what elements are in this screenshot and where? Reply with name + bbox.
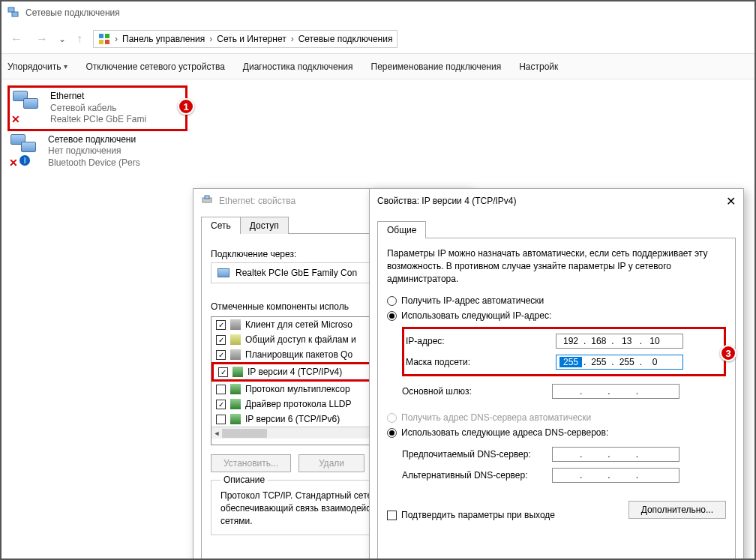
nic-icon: ✕ ᛒ [10,134,42,166]
svg-rect-0 [8,7,14,12]
validate-checkbox[interactable]: Подтвердить параметры при выходе [387,510,555,520]
toolbar-settings[interactable]: Настройк [519,61,558,72]
checkbox-icon[interactable] [216,320,226,330]
component-type-icon [230,349,241,360]
radio-static-dns[interactable]: Использовать следующие адреса DNS-сервер… [387,427,726,438]
gateway-input[interactable]: ... [552,384,680,399]
scroll-left-icon[interactable]: ◄ [212,428,222,439]
svg-rect-1 [12,12,18,16]
device-name: Realtek PCIe GbE Family Con [236,268,357,278]
explorer-toolbar: Упорядочить▾ Отключение сетевого устройс… [2,54,754,79]
control-panel-icon [98,33,110,45]
breadcrumb-item[interactable]: Сеть и Интернет [217,34,286,44]
tab-general[interactable]: Общие [377,221,426,238]
checkbox-icon[interactable] [216,350,226,360]
nic-item-bluetooth[interactable]: ✕ ᛒ Сетевое подключени Нет подключения B… [8,131,188,172]
ipv4-properties-dialog: Свойства: IP версии 4 (TCP/IPv4) ✕ Общие… [369,188,744,560]
checkbox-icon[interactable] [216,400,226,409]
checkbox-icon[interactable] [216,335,226,345]
svg-rect-2 [99,34,104,38]
uninstall-button[interactable]: Удали [298,454,364,472]
ip-address-input[interactable]: 192. 168. 13. 10 [556,334,683,349]
nic-icon: ✕ [13,91,44,122]
checkbox-icon [387,511,397,520]
close-button[interactable]: ✕ [726,194,736,208]
component-type-icon [230,319,241,330]
component-label: Общий доступ к файлам и [245,334,356,345]
component-label: IP версии 6 (TCP/IPv6) [245,414,340,424]
chevron-right-icon: › [209,34,212,44]
gateway-label: Основной шлюз: [402,386,552,397]
checkbox-icon[interactable] [216,415,226,424]
ip-address-label: IP-адрес: [406,336,556,346]
toolbar-disable-device[interactable]: Отключение сетевого устройства [86,61,224,72]
nav-back-icon[interactable]: ← [8,32,26,46]
radio-icon [387,428,397,438]
component-label: Протокол мультиплексор [245,384,350,394]
subnet-mask-label: Маска подсети: [406,357,556,367]
component-type-icon [230,399,241,409]
component-label: IP версии 4 (TCP/IPv4) [248,367,342,377]
subnet-mask-input[interactable]: 255. 255. 255. 0 [556,355,683,370]
nic-device: Realtek PCIe GbE Fami [50,114,146,126]
component-label: Планировщик пакетов Qo [245,349,352,360]
radio-icon [387,296,397,306]
dns2-label: Альтернативный DNS-сервер: [402,470,552,481]
checkbox-icon[interactable] [216,385,226,394]
radio-auto-ip[interactable]: Получить IP-адрес автоматически [387,295,726,306]
disconnected-x-icon: ✕ [9,157,20,167]
chevron-down-icon: ▾ [64,62,68,70]
network-adapter-list: ✕ Ethernet Сетевой кабель Realtek PCIe G… [8,85,188,172]
net-adapter-icon [201,194,213,208]
nic-device: Bluetooth Device (Pers [48,157,140,169]
scroll-thumb[interactable] [222,429,267,438]
dialog-title: Ethernet: свойства [219,196,296,206]
nav-up-icon[interactable]: ↑ [74,32,86,46]
explorer-titlebar: Сетевые подключения [2,1,754,24]
radio-static-ip[interactable]: Использовать следующий IP-адрес: [387,310,726,321]
nav-forward-icon[interactable]: → [33,32,51,46]
annotation-badge-1: 1 [178,98,194,115]
nic-item-ethernet[interactable]: ✕ Ethernet Сетевой кабель Realtek PCIe G… [8,85,188,131]
dialog-titlebar: Свойства: IP версии 4 (TCP/IPv4) ✕ [370,189,743,213]
component-type-icon [232,367,243,377]
adapter-icon [218,268,230,277]
nic-status: Нет подключения [48,145,140,157]
dns1-input[interactable]: ... [552,447,680,462]
toolbar-diagnose[interactable]: Диагностика подключения [243,61,353,72]
nic-status: Сетевой кабель [50,103,146,115]
radio-icon [387,311,397,321]
explanation-text: Параметры IP можно назначать автоматичес… [387,247,726,285]
nic-name: Сетевое подключени [48,134,140,146]
breadcrumb-item[interactable]: Панель управления [122,34,205,44]
svg-rect-5 [105,40,110,44]
window-title: Сетевые подключения [26,7,120,18]
svg-rect-3 [105,34,110,38]
component-label: Клиент для сетей Microso [245,319,352,330]
nic-name: Ethernet [50,91,146,103]
component-type-icon [230,414,241,424]
nav-recent-chevron-icon[interactable]: ⌄ [58,34,66,44]
description-group-title: Описание [220,475,268,485]
network-connections-icon [8,7,20,19]
ip-settings-group: IP-адрес: 192. 168. 13. 10 Маска подсети… [402,327,726,376]
dns2-input[interactable]: ... [552,468,680,483]
toolbar-rename[interactable]: Переименование подключения [371,61,502,72]
install-button[interactable]: Установить... [211,454,291,472]
radio-auto-dns: Получить адрес DNS-сервера автоматически [387,412,726,423]
svg-rect-4 [99,40,104,44]
component-type-icon [230,334,241,345]
explorer-navbar: ← → ⌄ ↑ › Панель управления › Сеть и Инт… [2,24,754,54]
component-type-icon [230,384,241,394]
component-label: Драйвер протокола LLDP [245,399,352,409]
dns1-label: Предпочитаемый DNS-сервер: [402,449,552,460]
svg-rect-7 [205,196,209,199]
advanced-button[interactable]: Дополнительно... [628,501,726,519]
toolbar-organize[interactable]: Упорядочить▾ [8,61,68,72]
bluetooth-icon: ᛒ [20,155,30,166]
breadcrumb-item[interactable]: Сетевые подключения [298,34,393,44]
checkbox-icon[interactable] [218,367,228,377]
breadcrumb[interactable]: › Панель управления › Сеть и Интернет › … [93,30,398,48]
tab-access[interactable]: Доступ [240,217,289,234]
tab-network[interactable]: Сеть [201,217,241,234]
